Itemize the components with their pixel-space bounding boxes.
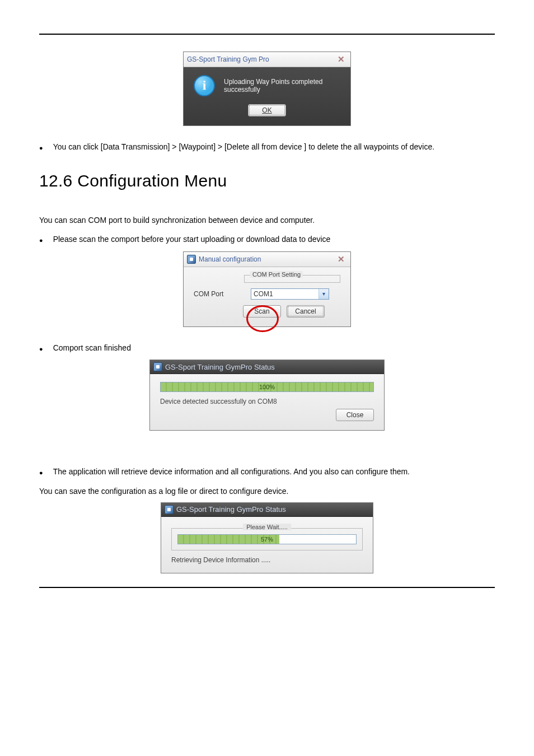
app-icon bbox=[153, 362, 162, 371]
dialog-title: GS-Sport Training Gym Pro bbox=[187, 55, 269, 63]
chevron-down-icon[interactable]: ▾ bbox=[318, 289, 329, 299]
status-message: Device detected successfully on COM8 bbox=[160, 398, 374, 405]
ok-button[interactable]: OK bbox=[248, 104, 286, 116]
save-paragraph: You can save the configuration as a log … bbox=[39, 484, 495, 499]
bullet-retrieve-config: The application will retrieve device inf… bbox=[53, 464, 410, 479]
bullet-delete-waypoints: You can click [Data Transmission] > [Way… bbox=[53, 139, 434, 155]
bullet-scan-finished: Comport scan finished bbox=[53, 340, 131, 356]
status-dialog-100: GS-Sport Training GymPro Status 100% Dev… bbox=[149, 360, 385, 431]
progress-bar: 57% bbox=[177, 534, 357, 544]
close-button[interactable]: Close bbox=[336, 409, 374, 421]
dialog-title: GS-Sport Training GymPro Status bbox=[165, 363, 275, 371]
dialog-titlebar: Manual configuration ✕ bbox=[184, 252, 350, 267]
dialog-titlebar: GS-Sport Training GymPro Status bbox=[161, 503, 373, 517]
progress-percent: 57% bbox=[178, 535, 356, 544]
lead-paragraph: You can scan COM port to build synchroni… bbox=[39, 213, 495, 228]
scan-button[interactable]: Scan bbox=[243, 305, 281, 318]
please-wait-label: Please Wait..... bbox=[243, 524, 291, 530]
close-button-label: Close bbox=[346, 411, 364, 419]
progress-percent: 100% bbox=[161, 382, 373, 391]
cancel-button[interactable]: Cancel bbox=[287, 305, 325, 318]
progress-bar: 100% bbox=[160, 382, 374, 392]
page-footer-rule bbox=[39, 587, 495, 588]
app-icon bbox=[165, 505, 174, 514]
section-heading: 12.6 Configuration Menu bbox=[39, 171, 495, 190]
comport-value: COM1 bbox=[251, 290, 318, 298]
close-icon[interactable]: ✕ bbox=[335, 254, 347, 264]
comport-setting-label: COM Port Setting bbox=[250, 271, 303, 278]
manual-configuration-dialog: Manual configuration ✕ COM Port Setting … bbox=[183, 251, 351, 327]
info-icon bbox=[194, 75, 215, 96]
upload-success-dialog: GS-Sport Training Gym Pro ✕ Uploading Wa… bbox=[183, 52, 351, 126]
ok-button-label: OK bbox=[262, 106, 271, 114]
app-icon bbox=[187, 255, 196, 264]
cancel-button-label: Cancel bbox=[295, 307, 316, 315]
scan-button-label: Scan bbox=[254, 307, 269, 315]
dialog-titlebar: GS-Sport Training GymPro Status bbox=[150, 360, 384, 374]
dialog-message: Uploading Way Points completed successfu… bbox=[224, 78, 340, 94]
dialog-title: GS-Sport Training GymPro Status bbox=[176, 505, 286, 514]
status-message: Retrieving Device Information ..... bbox=[171, 556, 363, 564]
close-icon[interactable]: ✕ bbox=[335, 54, 347, 64]
dialog-titlebar: GS-Sport Training Gym Pro ✕ bbox=[184, 52, 350, 67]
comport-combobox[interactable]: COM1 ▾ bbox=[251, 288, 329, 300]
status-dialog-57: GS-Sport Training GymPro Status Please W… bbox=[161, 502, 373, 573]
page-header-rule bbox=[39, 34, 495, 35]
dialog-title: Manual configuration bbox=[199, 255, 261, 263]
bullet-please-scan: Please scan the comport before your star… bbox=[53, 232, 331, 247]
comport-field-label: COM Port bbox=[194, 290, 242, 298]
